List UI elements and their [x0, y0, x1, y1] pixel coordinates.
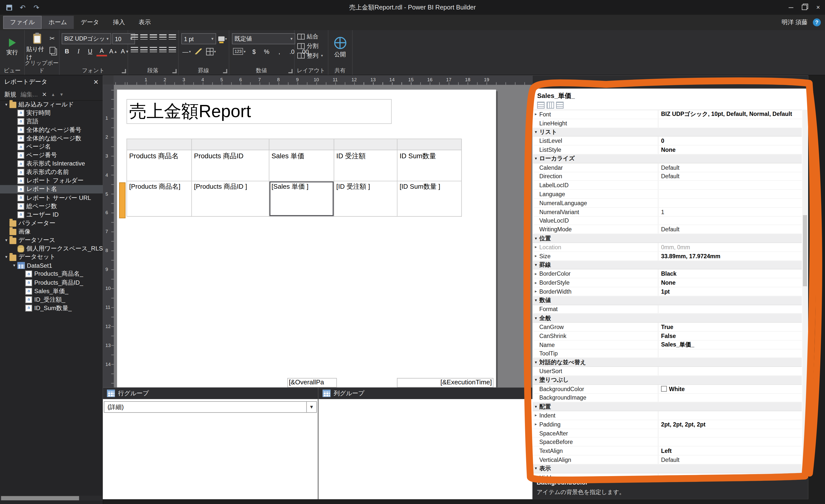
- property-row[interactable]: WritingModeDefault: [532, 225, 802, 234]
- expander-icon[interactable]: ▾: [3, 238, 9, 242]
- expander-icon[interactable]: ▾: [3, 102, 9, 107]
- font-name-combobox[interactable]: BIZ UDPゴシッ: [62, 33, 111, 44]
- property-row[interactable]: HiddenFalse: [532, 473, 802, 477]
- property-row[interactable]: CalendarDefault: [532, 163, 802, 172]
- publish-button[interactable]: 公開: [329, 32, 351, 63]
- property-row[interactable]: CanShrinkFalse: [532, 332, 802, 341]
- undo-icon[interactable]: ↶: [18, 3, 27, 12]
- alphabetical-view-icon[interactable]: [546, 102, 554, 109]
- table-header-cell[interactable]: Products 商品ID: [192, 150, 270, 182]
- property-section[interactable]: ▾表示: [532, 464, 802, 473]
- property-row[interactable]: TextAlignLeft: [532, 447, 802, 456]
- column-groups-caret-icon[interactable]: ▼: [524, 390, 529, 396]
- tree-item[interactable]: レポート サーバー URL: [0, 194, 103, 202]
- table-header-cell[interactable]: ID 受注額: [334, 150, 397, 182]
- properties-close-icon[interactable]: ✕: [798, 78, 803, 86]
- property-row[interactable]: BackgroundColorWhite: [532, 384, 802, 393]
- align-middle-icon[interactable]: [140, 34, 148, 40]
- property-row[interactable]: ▸BorderColorBlack: [532, 270, 802, 278]
- paste-button[interactable]: 貼り付け: [26, 32, 48, 63]
- bullet-list-icon[interactable]: [169, 47, 176, 52]
- align-center-icon[interactable]: [140, 47, 148, 52]
- categorized-view-icon[interactable]: [537, 102, 545, 109]
- tree-item[interactable]: 個人用ワークスペース_RLS実践: [0, 244, 103, 253]
- signed-in-user[interactable]: 明洋 須藤: [781, 18, 808, 26]
- move-up-icon[interactable]: ▲: [51, 92, 55, 97]
- font-color-button[interactable]: A: [96, 46, 107, 56]
- property-row[interactable]: ▸BorderStyleNone: [532, 278, 802, 287]
- expander-icon[interactable]: ▾: [11, 263, 17, 268]
- property-row[interactable]: NumeralVariant1: [532, 208, 802, 217]
- tree-item[interactable]: ユーザー ID: [0, 210, 103, 219]
- property-row[interactable]: ▸FontBIZ UDPゴシック, 10pt, Default, Normal,…: [532, 110, 802, 119]
- property-row[interactable]: CanGrowTrue: [532, 323, 802, 332]
- save-icon[interactable]: [4, 3, 14, 12]
- cut-icon[interactable]: ✂: [47, 34, 57, 43]
- fill-color-button[interactable]: ▾: [217, 34, 228, 43]
- tab-view[interactable]: 表示: [132, 16, 158, 29]
- tree-item[interactable]: 表示形式の名前: [0, 168, 103, 176]
- expander-icon[interactable]: ▾: [3, 255, 9, 260]
- border-color-pen-icon[interactable]: [195, 49, 202, 54]
- property-pages-icon[interactable]: [556, 102, 564, 109]
- number-format-combobox[interactable]: 既定値: [232, 33, 295, 44]
- table-header-cell[interactable]: ID Sum数量: [397, 150, 462, 182]
- tree-item[interactable]: Products_商品名_: [0, 270, 103, 278]
- property-section[interactable]: ▾位置: [532, 234, 802, 243]
- percent-button[interactable]: %: [261, 47, 272, 56]
- tree-item[interactable]: ▾DataSet1: [0, 262, 103, 270]
- property-row[interactable]: ListStyleNone: [532, 146, 802, 154]
- align-button[interactable]: 整列▾: [297, 52, 323, 60]
- merge-cells-button[interactable]: 結合: [297, 33, 318, 41]
- number-format-gallery-button[interactable]: 123▾: [232, 47, 247, 56]
- increase-indent-icon[interactable]: [159, 34, 167, 40]
- minimize-button[interactable]: [784, 0, 798, 15]
- tab-home[interactable]: ホーム: [42, 16, 74, 29]
- border-width-combobox[interactable]: 1 pt: [181, 33, 216, 44]
- property-section[interactable]: ▾全般: [532, 314, 802, 323]
- numbered-list-icon[interactable]: [159, 47, 167, 52]
- tab-data[interactable]: データ: [74, 16, 106, 29]
- tree-item[interactable]: パラメーター: [0, 219, 103, 227]
- tablix[interactable]: Products 商品名 Products 商品ID Sales 単価 ID 受…: [127, 139, 462, 217]
- property-row[interactable]: LabelLocID: [532, 181, 802, 190]
- align-bottom-icon[interactable]: [150, 34, 157, 40]
- tree-item[interactable]: レポート名: [0, 185, 103, 194]
- tree-item[interactable]: ▾組み込みフィールド: [0, 100, 103, 109]
- tab-file[interactable]: ファイル: [3, 16, 42, 29]
- grow-font-button[interactable]: A▲: [108, 47, 119, 56]
- currency-button[interactable]: $: [249, 47, 259, 56]
- property-section[interactable]: ▾ローカライズ: [532, 154, 802, 163]
- property-row[interactable]: ▸BorderWidth1pt: [532, 287, 802, 296]
- tree-item[interactable]: レポート フォルダー: [0, 176, 103, 185]
- restore-button[interactable]: [798, 0, 811, 15]
- property-row[interactable]: NumeralLanguage: [532, 199, 802, 208]
- tablix-handle-cell[interactable]: [334, 139, 397, 150]
- report-title-textbox[interactable]: 売上金額Report: [127, 99, 392, 124]
- detail-group-item[interactable]: (詳細) ▼: [104, 401, 317, 413]
- execution-time-textbox[interactable]: [&ExecutionTime]: [397, 378, 494, 387]
- tree-item[interactable]: 実行時間: [0, 109, 103, 117]
- property-row[interactable]: ValueLocID: [532, 216, 802, 225]
- tablix-handle-cell[interactable]: [397, 139, 462, 150]
- table-header-cell[interactable]: Products 商品名: [127, 150, 192, 182]
- tablix-handle-cell[interactable]: [270, 139, 334, 150]
- tree-item[interactable]: Products_商品ID_: [0, 278, 103, 287]
- split-cells-button[interactable]: 分割: [297, 42, 318, 50]
- property-row[interactable]: ▸Size33.89mm, 17.9724mm: [532, 252, 802, 261]
- align-right-icon[interactable]: [150, 47, 157, 52]
- property-row[interactable]: ▸Location0mm, 0mm: [532, 243, 802, 252]
- properties-scrollbar[interactable]: [802, 110, 808, 477]
- table-data-cell[interactable]: [ID 受注額 ]: [334, 182, 397, 217]
- italic-button[interactable]: I: [73, 47, 84, 56]
- tree-item[interactable]: ▾データソース: [0, 236, 103, 244]
- table-data-cell[interactable]: [Products 商品ID ]: [192, 182, 270, 217]
- align-top-icon[interactable]: [131, 34, 138, 40]
- tree-item[interactable]: ID_受注額_: [0, 295, 103, 304]
- property-section[interactable]: ▾リスト: [532, 128, 802, 137]
- property-section[interactable]: ▾罫線: [532, 261, 802, 270]
- tablix-handle-cell[interactable]: [192, 139, 270, 150]
- tree-item[interactable]: 全体的なページ番号: [0, 126, 103, 134]
- report-page[interactable]: 売上金額Report Products 商品名 Products 商品ID Sa…: [117, 90, 496, 387]
- delete-icon[interactable]: ✕: [42, 91, 47, 98]
